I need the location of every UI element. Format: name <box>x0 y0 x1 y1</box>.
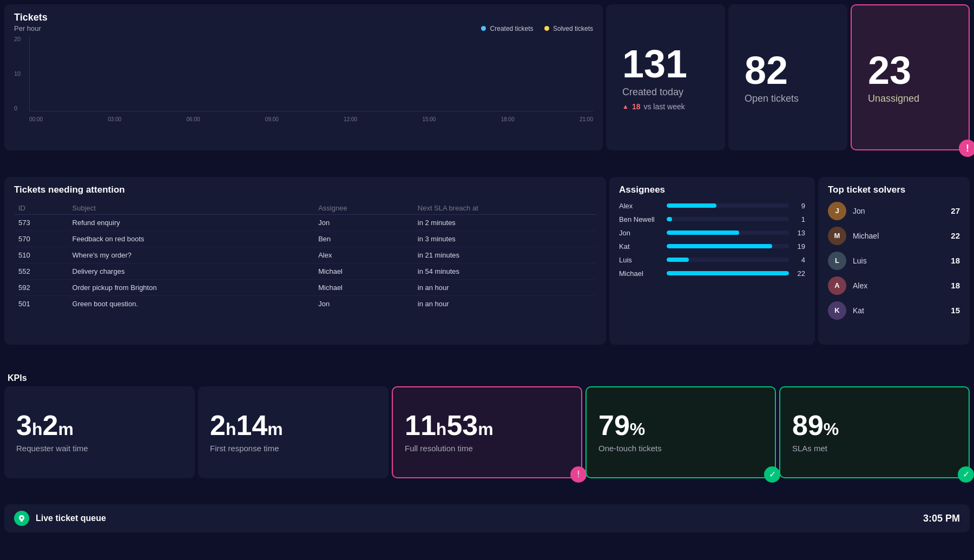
solvers-card: Top ticket solvers J Jon 27 M Michael 22… <box>818 177 970 345</box>
requester-wait-card: 3h2m Requester wait time <box>4 386 195 478</box>
ticket-id: 501 <box>14 295 68 312</box>
ticket-assignee: Michael <box>314 263 413 279</box>
ticket-assignee: Ben <box>314 230 413 247</box>
middle-row: Tickets needing attention ID Subject Ass… <box>4 177 970 345</box>
col-sla: Next SLA breach at <box>413 202 596 215</box>
sla-met-good-badge: ✓ <box>958 466 974 483</box>
assignee-count: 9 <box>793 202 805 210</box>
open-tickets-card: 82 Open tickets <box>728 4 847 150</box>
assignee-row: Luis 4 <box>619 256 805 264</box>
table-row[interactable]: 570 Feedback on red boots Ben in 3 minut… <box>14 230 596 247</box>
assignee-bar-wrap <box>667 203 789 208</box>
solver-name: Michael <box>853 232 944 240</box>
created-today-diff: 18 <box>632 102 641 111</box>
solver-row: J Jon 27 <box>828 202 960 220</box>
arrow-up-icon: ▲ <box>622 103 629 110</box>
ticket-assignee: Jon <box>314 214 413 230</box>
table-row[interactable]: 592 Order pickup from Brighton Michael i… <box>14 279 596 295</box>
solvers-title: Top ticket solvers <box>828 185 960 195</box>
assignee-bar-wrap <box>667 217 789 221</box>
assignees-title: Assignees <box>619 185 805 195</box>
assignee-row: Jon 13 <box>619 229 805 237</box>
ticket-assignee: Michael <box>314 279 413 295</box>
dashboard: Tickets Per hour Created tickets Solved … <box>0 0 974 560</box>
kpi-row: 3h2m Requester wait time 2h14m First res… <box>4 386 970 478</box>
ticket-assignee: Alex <box>314 247 413 263</box>
solver-name: Kat <box>853 306 944 315</box>
assignee-bar-wrap <box>667 271 789 275</box>
attention-card: Tickets needing attention ID Subject Ass… <box>4 177 606 345</box>
bottom-left: Live ticket queue <box>14 511 106 526</box>
assignees-list: Alex 9 Ben Newell 1 Jon 13 Kat 19 Luis <box>619 202 805 278</box>
full-resolution-metric: 11h53m <box>405 411 569 439</box>
ticket-sla: in an hour <box>413 279 596 295</box>
sla-met-label: SLAs met <box>792 444 957 453</box>
unassigned-card: 23 Unassigned ! <box>851 4 970 150</box>
solved-dot <box>544 26 549 31</box>
open-tickets-number: 82 <box>745 51 831 90</box>
solver-avatar: L <box>828 252 846 270</box>
live-icon <box>14 511 29 526</box>
open-tickets-label: Open tickets <box>745 93 831 104</box>
assignee-count: 1 <box>793 215 805 223</box>
assignee-count: 19 <box>793 242 805 251</box>
assignee-name: Kat <box>619 242 662 251</box>
tickets-chart-card: Tickets Per hour Created tickets Solved … <box>4 4 603 150</box>
ticket-id: 552 <box>14 263 68 279</box>
solver-row: M Michael 22 <box>828 227 960 245</box>
ticket-subject: Where's my order? <box>68 247 314 263</box>
ticket-sla: in an hour <box>413 295 596 312</box>
kpi-section-label: KPIs <box>4 371 970 386</box>
ticket-assignee: Jon <box>314 295 413 312</box>
table-row[interactable]: 573 Refund enquiry Jon in 2 minutes <box>14 214 596 230</box>
kpi-section: KPIs 3h2m Requester wait time 2h14m Firs… <box>4 371 970 502</box>
unassigned-label: Unassigned <box>868 93 952 104</box>
solver-avatar: K <box>828 301 846 320</box>
assignee-row: Ben Newell 1 <box>619 215 805 223</box>
first-response-label: First response time <box>210 444 377 453</box>
one-touch-card: 79% One-touch tickets ✓ <box>585 386 776 478</box>
solver-row: K Kat 15 <box>828 301 960 320</box>
full-resolution-label: Full resolution time <box>405 444 569 453</box>
ticket-subject: Refund enquiry <box>68 214 314 230</box>
x-labels: 00:00 03:00 06:00 09:00 12:00 15:00 18:0… <box>29 116 593 122</box>
bottom-bar: Live ticket queue 3:05 PM <box>4 504 970 532</box>
solver-avatar: J <box>828 202 846 220</box>
solver-count: 18 <box>951 281 960 290</box>
solvers-list: J Jon 27 M Michael 22 L Luis 18 A Alex 1… <box>828 202 960 320</box>
assignee-row: Kat 19 <box>619 242 805 251</box>
chart-legend: Created tickets Solved tickets <box>481 25 593 32</box>
assignee-name: Luis <box>619 256 662 264</box>
table-row[interactable]: 501 Green boot question. Jon in an hour <box>14 295 596 312</box>
ticket-sla: in 21 minutes <box>413 247 596 263</box>
unassigned-alert-badge: ! <box>959 140 974 157</box>
legend-created: Created tickets <box>481 25 533 32</box>
assignee-bar <box>667 258 689 262</box>
full-resolution-card: 11h53m Full resolution time ! <box>392 386 582 478</box>
solver-name: Alex <box>853 281 944 290</box>
one-touch-label: One-touch tickets <box>598 444 763 453</box>
assignee-name: Jon <box>619 229 662 237</box>
assignee-bar-wrap <box>667 230 789 235</box>
y-labels: 20 10 0 <box>14 36 27 111</box>
ticket-sla: in 3 minutes <box>413 230 596 247</box>
col-subject: Subject <box>68 202 314 215</box>
table-row[interactable]: 510 Where's my order? Alex in 21 minutes <box>14 247 596 263</box>
one-touch-good-badge: ✓ <box>764 466 780 483</box>
ticket-id: 573 <box>14 214 68 230</box>
solver-avatar: A <box>828 276 846 295</box>
col-assignee: Assignee <box>314 202 413 215</box>
first-response-metric: 2h14m <box>210 411 377 439</box>
ticket-id: 510 <box>14 247 68 263</box>
unassigned-number: 23 <box>868 51 952 90</box>
tickets-table: ID Subject Assignee Next SLA breach at 5… <box>14 202 596 312</box>
solver-count: 15 <box>951 306 960 315</box>
chart-title: Tickets <box>14 12 593 23</box>
assignee-bar <box>667 203 716 208</box>
ticket-id: 592 <box>14 279 68 295</box>
chart-subtitle: Per hour <box>14 24 41 32</box>
sla-met-metric: 89% <box>792 411 957 439</box>
top-row: Tickets Per hour Created tickets Solved … <box>4 4 970 150</box>
table-row[interactable]: 552 Delivery charges Michael in 54 minut… <box>14 263 596 279</box>
full-resolution-alert-badge: ! <box>570 466 587 483</box>
